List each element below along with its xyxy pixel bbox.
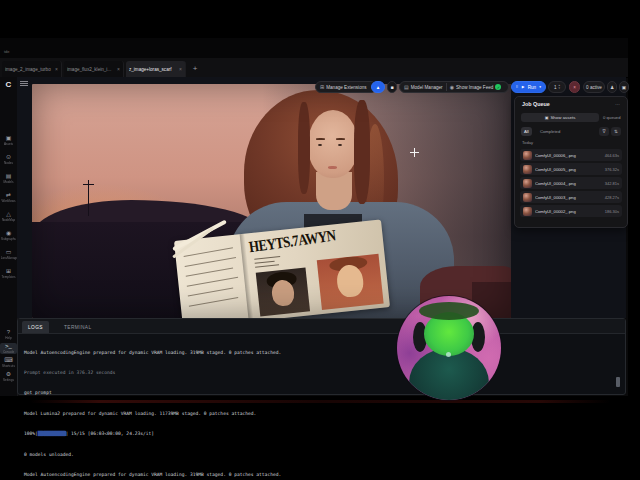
- tab-logs[interactable]: LOGS: [22, 321, 49, 333]
- workflow-tab-label: image_2_image_turbo: [5, 67, 53, 72]
- queue-item[interactable]: ComfyUI_00005_.png 376.32s: [520, 163, 622, 175]
- run-label: Run: [528, 85, 536, 90]
- close-tab-icon[interactable]: ×: [55, 66, 58, 72]
- result-thumbnail: [523, 179, 532, 188]
- filter-chip-all[interactable]: All: [521, 127, 532, 136]
- sidebar-item-lora-manager[interactable]: ▭LoraManager: [0, 249, 17, 260]
- close-tab-icon[interactable]: ×: [117, 66, 120, 72]
- new-tab-button[interactable]: +: [190, 62, 200, 75]
- sidebar-item-shortcuts[interactable]: ⌨Shortcuts: [0, 357, 17, 368]
- sort-icon: ⇅: [614, 129, 618, 134]
- sidebar-item-subgraphs[interactable]: ◉Subgraphs: [0, 230, 17, 241]
- log-output[interactable]: Model AutoencodingEngine prepared for dy…: [24, 336, 614, 480]
- manage-extensions-button[interactable]: ⊞ Manage Extensions: [315, 81, 377, 93]
- log-progress-line: 100%|██████████| 15/15 [06:03<00:00, 24.…: [24, 431, 614, 438]
- window-top-strip: tde: [0, 38, 628, 58]
- manager-toolbar-group: ▤ Model Manager ◉ Show Image Feed ✓: [399, 81, 509, 93]
- log-line: got prompt: [24, 390, 614, 397]
- webcam-overlay: [397, 296, 501, 400]
- stop-button[interactable]: ■: [387, 81, 397, 93]
- sidebar-item-workflows[interactable]: ⇄Workflows: [0, 192, 17, 203]
- models-icon: ▤: [0, 173, 17, 180]
- eye: [318, 144, 322, 146]
- clear-queue-button[interactable]: ×: [569, 81, 580, 93]
- log-panel: LOGS TERMINAL Model AutoencodingEngine p…: [17, 318, 626, 395]
- job-queue-panel: Job Queue … ▣ Show assets 0 queued All C…: [514, 96, 628, 228]
- filter-button[interactable]: ∇: [599, 127, 609, 136]
- queue-item[interactable]: ComfyUI_00004_.png 342.81s: [520, 177, 622, 189]
- workflow-tab[interactable]: image_2_image_turbo ×: [2, 61, 62, 77]
- comfyui-logo-button[interactable]: ▲: [371, 81, 385, 93]
- result-thumbnail: [523, 207, 532, 216]
- user-icon: ♟: [610, 85, 614, 90]
- panel-menu-icon[interactable]: …: [615, 100, 620, 106]
- templates-icon: ⊞: [0, 268, 17, 275]
- sidebar: C ▣Assets ⊙Nodes ▤Models ⇄Workflows △Nod…: [0, 77, 18, 396]
- run-button[interactable]: ⠿ ▶ Run ▾: [511, 81, 546, 93]
- hair-strand: [354, 100, 370, 204]
- log-line: Model Lumina2 prepared for dynamic VRAM …: [24, 411, 614, 418]
- sidebar-item-help[interactable]: ?Help: [0, 329, 17, 340]
- step-down-icon[interactable]: ▾: [559, 87, 561, 90]
- workflows-icon: ⇄: [0, 192, 17, 199]
- gear-icon: ⚙: [0, 371, 17, 378]
- workflow-tab-label: z_image+loras_scarf: [129, 67, 177, 72]
- window-menu-hint: tde: [4, 49, 10, 54]
- close-icon: ×: [573, 85, 576, 90]
- eye: [338, 144, 342, 146]
- log-tab-bar: LOGS TERMINAL: [18, 319, 625, 334]
- comfyui-logo-icon: ▲: [376, 85, 381, 90]
- comfyui-logo: C: [0, 80, 17, 89]
- show-image-feed-toggle[interactable]: Show Image Feed: [456, 85, 493, 90]
- batch-count-value: 1: [554, 85, 557, 90]
- result-thumbnail: [523, 151, 532, 160]
- sidebar-item-assets[interactable]: ▣Assets: [0, 135, 17, 146]
- queue-item[interactable]: ComfyUI_00002_.png 186.30s: [520, 205, 622, 217]
- filter-chip-completed[interactable]: Completed: [537, 127, 563, 136]
- stop-icon: ■: [390, 84, 393, 90]
- result-thumbnail: [523, 193, 532, 202]
- sidebar-item-models[interactable]: ▤Models: [0, 173, 17, 184]
- screen: tde image_2_image_turbo × image_flux2_kl…: [0, 0, 640, 480]
- newspaper-photo: [256, 268, 310, 317]
- model-manager-button[interactable]: Model Manager: [411, 85, 443, 90]
- power-pole: [83, 184, 94, 185]
- sidebar-item-templates[interactable]: ⊞Templates: [0, 268, 17, 279]
- workflow-tab-active[interactable]: z_image+loras_scarf ×: [126, 61, 186, 77]
- assets-icon: ▣: [0, 135, 17, 142]
- scrollbar-thumb[interactable]: [616, 377, 620, 387]
- funnel-icon: ∇: [602, 129, 605, 134]
- crosshair-cursor: [410, 152, 419, 153]
- tab-terminal[interactable]: TERMINAL: [58, 321, 97, 333]
- power-pole: [88, 180, 89, 216]
- sort-button[interactable]: ⇅: [611, 127, 621, 136]
- help-icon: ?: [0, 329, 17, 336]
- sidebar-item-settings[interactable]: ⚙Settings: [0, 371, 17, 382]
- queue-item[interactable]: ComfyUI_00003_.png 428.27s: [520, 191, 622, 203]
- close-tab-icon[interactable]: ×: [179, 66, 182, 72]
- sidebar-item-nodemap[interactable]: △NodeMap: [0, 211, 17, 222]
- chevron-down-icon[interactable]: ▾: [539, 85, 541, 89]
- folder-icon: ▭: [0, 249, 17, 256]
- log-line: Model AutoencodingEngine prepared for dy…: [24, 472, 614, 479]
- app-window: tde image_2_image_turbo × image_flux2_kl…: [0, 38, 628, 396]
- newspaper-photo: [317, 254, 384, 310]
- assets-icon: ▣: [545, 115, 549, 120]
- show-assets-button[interactable]: ▣ Show assets: [521, 113, 599, 122]
- generated-image: HEYTS.7AWYN: [32, 84, 511, 318]
- user-button[interactable]: ♟: [607, 81, 617, 93]
- eyebrow: [336, 138, 345, 140]
- sidebar-item-console[interactable]: >_Console: [0, 343, 17, 354]
- extensions-icon: ⊞: [320, 84, 324, 90]
- workflow-tab[interactable]: image_flux2_klein_i... ×: [64, 61, 124, 77]
- nodemap-icon: △: [0, 211, 17, 218]
- video-artifact-strip: [30, 400, 610, 403]
- canvas-menu-icon[interactable]: [20, 80, 28, 87]
- progress-bar: ██████████: [38, 431, 66, 436]
- layout-button[interactable]: ▣: [619, 81, 629, 93]
- panel-title: Job Queue: [522, 101, 550, 107]
- queue-item[interactable]: ComfyUI_00006_.png 464.63s: [520, 149, 622, 161]
- batch-count-stepper[interactable]: 1 ▴ ▾: [548, 81, 566, 93]
- drag-handle-icon[interactable]: ⠿: [516, 85, 519, 89]
- sidebar-item-nodes[interactable]: ⊙Nodes: [0, 154, 17, 165]
